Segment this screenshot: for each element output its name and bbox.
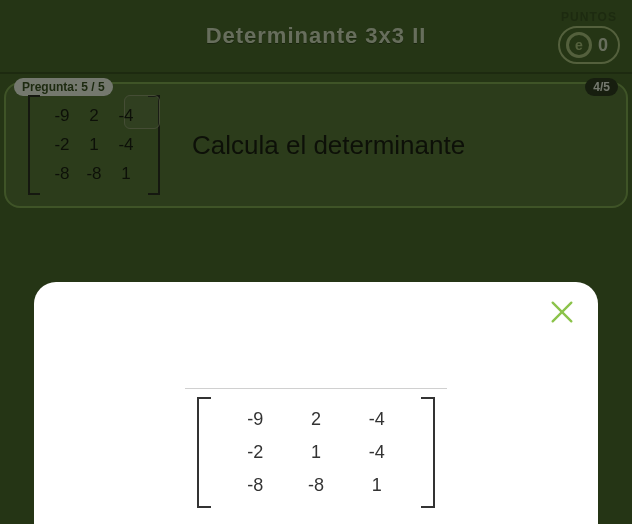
question-card: Pregunta: 5 / 5 4/5 -9 2 -4 -2 1 -4 -8 -… (4, 82, 628, 208)
cell: -2 (247, 442, 263, 463)
cell: -9 (54, 106, 69, 126)
bracket-left-icon (197, 397, 211, 508)
cell: -9 (247, 409, 263, 430)
question-progress-badge: Pregunta: 5 / 5 (14, 78, 113, 96)
modal-content: -9 2 -4 -2 1 -4 -8 -8 1 (54, 388, 578, 508)
attempts-badge: 4/5 (585, 78, 618, 96)
matrix-cells: -9 2 -4 -2 1 -4 -8 -8 1 (46, 101, 142, 189)
cell: 1 (311, 442, 321, 463)
modal-matrix: -9 2 -4 -2 1 -4 -8 -8 1 (185, 388, 447, 508)
points-icon: e (566, 32, 592, 58)
points-pill: e 0 (558, 26, 620, 64)
cell: -8 (86, 164, 101, 184)
cell: 1 (372, 475, 382, 496)
cell: -8 (247, 475, 263, 496)
cell: -8 (54, 164, 69, 184)
cell: 1 (89, 135, 98, 155)
points-label: PUNTOS (561, 10, 617, 24)
cell: -4 (369, 409, 385, 430)
question-matrix[interactable]: -9 2 -4 -2 1 -4 -8 -8 1 (24, 95, 164, 195)
cell: 2 (89, 106, 98, 126)
page-title: Determinante 3x3 II (206, 23, 427, 49)
cell: -4 (118, 106, 133, 126)
question-content: -9 2 -4 -2 1 -4 -8 -8 1 Calcula el deter… (6, 84, 626, 206)
points-value: 0 (598, 35, 608, 56)
cell: -4 (369, 442, 385, 463)
cell: 2 (311, 409, 321, 430)
bracket-left-icon (28, 95, 40, 195)
points-display: PUNTOS e 0 (558, 0, 620, 74)
cell: -4 (118, 135, 133, 155)
cell: -8 (308, 475, 324, 496)
matrix-cells: -9 2 -4 -2 1 -4 -8 -8 1 (225, 403, 407, 502)
close-button[interactable] (548, 298, 576, 326)
bracket-right-icon (421, 397, 435, 508)
header: Determinante 3x3 II PUNTOS e 0 (0, 0, 632, 74)
question-prompt: Calcula el determinante (192, 130, 465, 161)
close-icon (548, 298, 576, 326)
cell: 1 (121, 164, 130, 184)
cell: -2 (54, 135, 69, 155)
modal: -9 2 -4 -2 1 -4 -8 -8 1 (34, 282, 598, 524)
